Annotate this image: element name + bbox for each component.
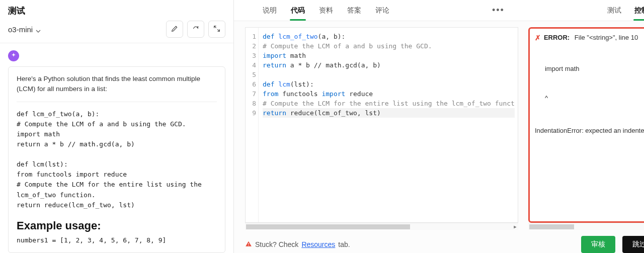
scroll-right-icon[interactable]: ►	[512, 223, 518, 230]
example-heading: Example usage:	[17, 219, 217, 232]
right-panel: 说明代码资料答案评论 ••• 测试控制台 123456789 def lcm_o…	[234, 0, 644, 253]
model-name: o3-mini	[8, 25, 33, 34]
error-snippet: import math	[545, 64, 644, 74]
error-file: File "<string>", line 10	[575, 34, 638, 41]
error-label: ERROR:	[544, 34, 570, 41]
resources-link[interactable]: Resources	[301, 240, 335, 248]
code-editor[interactable]: 123456789 def lcm_of_two(a, b):# Compute…	[245, 27, 518, 223]
assistant-avatar	[8, 50, 19, 61]
more-menu[interactable]: •••	[492, 2, 505, 19]
tab-代码[interactable]: 代码	[290, 1, 306, 20]
page-title: 测试	[8, 5, 25, 17]
chevron-down-icon	[36, 27, 41, 32]
example-line: numbers1 = [1, 2, 3, 4, 5, 6, 7, 8, 9]	[17, 235, 217, 245]
error-x-icon: ✗	[535, 34, 541, 42]
stuck-hint: Stuck? Check Resources tab.	[245, 240, 350, 249]
answer-code: def lcm_of_two(a, b): # Compute the LCM …	[17, 109, 217, 210]
share-button[interactable]	[187, 21, 204, 38]
tab-答案[interactable]: 答案	[346, 1, 362, 20]
model-selector[interactable]: o3-mini	[8, 25, 41, 34]
sparkle-icon	[11, 52, 17, 60]
line-gutter: 123456789	[246, 28, 259, 222]
tab-评论[interactable]: 评论	[374, 1, 390, 20]
footer-bar: Stuck? Check Resources tab. 审核 跳过	[234, 230, 644, 253]
scroll-thumb[interactable]	[246, 224, 410, 229]
edit-button[interactable]	[166, 21, 183, 38]
share-icon	[192, 25, 200, 34]
tab-bar: 说明代码资料答案评论 ••• 测试控制台	[234, 0, 644, 21]
svg-rect-1	[248, 245, 249, 245]
console-hscrollbar[interactable]: ◄ ►	[528, 223, 644, 230]
tab-说明[interactable]: 说明	[262, 1, 278, 20]
expand-icon	[213, 25, 221, 34]
tab-资料[interactable]: 资料	[318, 1, 334, 20]
editor-hscrollbar[interactable]: ◄ ►	[245, 223, 518, 230]
scroll-thumb[interactable]	[529, 224, 574, 229]
tab-控制台[interactable]: 控制台	[633, 1, 644, 20]
stuck-text-post: tab.	[338, 240, 350, 248]
error-message: IndentationError: expected an indented b…	[535, 127, 644, 134]
expand-button[interactable]	[208, 21, 225, 38]
skip-button[interactable]: 跳过	[622, 236, 644, 253]
answer-intro: Here's a Python solution that finds the …	[17, 74, 217, 95]
console-output: ✗ ERROR: File "<string>", line 10 import…	[528, 27, 644, 223]
warning-icon	[245, 240, 252, 249]
pencil-icon	[171, 25, 179, 34]
tab-测试[interactable]: 测试	[606, 1, 622, 20]
error-caret: ^	[545, 93, 644, 103]
review-button[interactable]: 审核	[581, 236, 615, 253]
svg-rect-0	[248, 243, 249, 244]
stuck-text-pre: Stuck? Check	[255, 240, 298, 248]
left-panel: 测试 o3-mini	[0, 0, 234, 253]
divider	[17, 102, 217, 102]
code-area[interactable]: def lcm_of_two(a, b):# Compute the LCM o…	[259, 28, 518, 222]
answer-card: Here's a Python solution that finds the …	[8, 66, 225, 253]
